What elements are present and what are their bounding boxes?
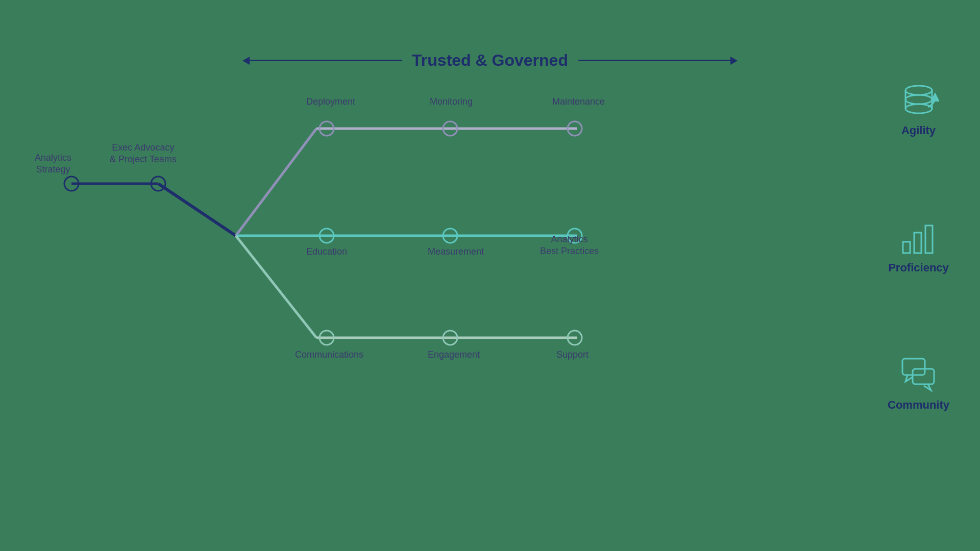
community-group: Community	[888, 354, 949, 412]
diagram-svg	[0, 0, 980, 551]
svg-point-21	[905, 95, 932, 104]
label-support: Support	[556, 349, 589, 361]
svg-line-5	[236, 236, 316, 338]
label-analytics-bp: Analytics Best Practices	[540, 234, 599, 258]
svg-point-18	[905, 86, 932, 95]
proficiency-label: Proficiency	[888, 261, 949, 274]
label-monitoring: Monitoring	[430, 96, 473, 108]
label-exec-advocacy: Exec Advocacy & Project Teams	[110, 142, 177, 166]
community-label: Community	[888, 398, 949, 412]
svg-rect-29	[913, 369, 934, 384]
svg-rect-26	[914, 233, 921, 253]
svg-line-2	[236, 129, 316, 236]
community-icon	[898, 354, 939, 394]
main-container: Trusted & Governed	[0, 0, 980, 551]
label-maintenance: Maintenance	[552, 96, 605, 108]
proficiency-icon	[898, 216, 939, 257]
agility-label: Agility	[901, 124, 936, 137]
svg-rect-28	[902, 359, 925, 375]
svg-line-1	[158, 184, 236, 236]
svg-rect-25	[903, 242, 910, 253]
label-deployment: Deployment	[306, 96, 355, 108]
right-section: Agility Proficiency Community	[888, 79, 949, 412]
label-analytics-strategy: Analytics Strategy	[35, 152, 71, 176]
label-education: Education	[306, 246, 347, 258]
proficiency-group: Proficiency	[888, 216, 949, 274]
agility-group: Agility	[898, 79, 939, 137]
label-communications: Communications	[295, 349, 363, 361]
svg-point-24	[905, 104, 932, 113]
svg-rect-27	[925, 226, 933, 253]
label-measurement: Measurement	[428, 246, 484, 258]
label-engagement: Engagement	[428, 349, 480, 361]
agility-icon	[898, 79, 939, 120]
